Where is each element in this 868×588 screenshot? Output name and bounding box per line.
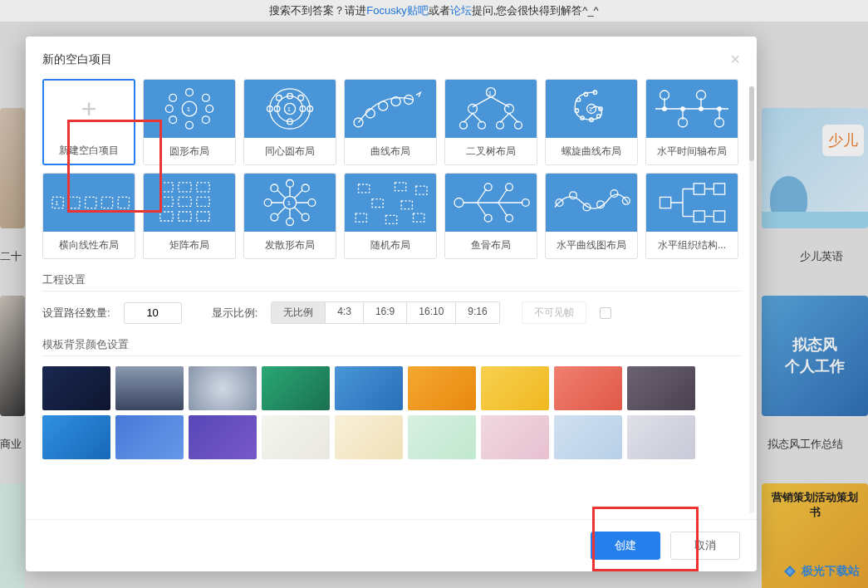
- layout-preview-blank: +: [44, 81, 134, 137]
- layout-option-fishbone[interactable]: 鱼骨布局: [444, 173, 537, 259]
- layout-label: 横向线性布局: [43, 232, 135, 258]
- color-swatch[interactable]: [627, 366, 695, 410]
- color-swatch[interactable]: [408, 366, 476, 410]
- layout-preview-circle: 1: [144, 80, 235, 138]
- svg-rect-72: [197, 183, 209, 192]
- color-swatch[interactable]: [189, 415, 257, 459]
- create-button[interactable]: 创建: [591, 532, 660, 560]
- cancel-button[interactable]: 取消: [670, 532, 740, 560]
- layout-label: 新建空白项目: [44, 137, 134, 164]
- svg-point-94: [271, 213, 278, 221]
- color-swatch-grid: [42, 366, 740, 459]
- invisible-frame-checkbox[interactable]: [600, 307, 611, 319]
- svg-rect-97: [359, 184, 370, 193]
- layout-option-circle[interactable]: 1圆形布局: [143, 79, 236, 165]
- svg-point-90: [302, 184, 309, 192]
- color-swatch[interactable]: [554, 415, 622, 459]
- layout-option-horg[interactable]: 水平组织结构...: [645, 173, 738, 259]
- ratio-option[interactable]: 无比例: [272, 302, 326, 323]
- color-swatch[interactable]: [408, 415, 476, 459]
- layout-preview-radial: 1: [244, 174, 336, 232]
- layout-preview-binary: 1: [445, 80, 537, 138]
- color-swatch[interactable]: [262, 366, 330, 410]
- color-swatch[interactable]: [481, 366, 549, 410]
- layout-option-curve[interactable]: 曲线布局: [344, 79, 437, 165]
- svg-line-34: [473, 114, 482, 123]
- svg-rect-128: [694, 211, 704, 222]
- svg-rect-100: [372, 199, 383, 208]
- ratio-option[interactable]: 16:10: [407, 302, 456, 323]
- layout-preview-hcurvechart: [546, 174, 637, 232]
- svg-rect-71: [179, 183, 191, 192]
- new-project-modal: 新的空白项目 × +新建空白项目1圆形布局1同心圆布局曲线布局1二叉树布局1螺旋…: [26, 37, 757, 571]
- svg-text:1: 1: [187, 105, 190, 113]
- svg-point-40: [515, 121, 522, 129]
- layout-option-matrix[interactable]: 矩阵布局: [143, 173, 236, 259]
- layout-option-blank[interactable]: +新建空白项目: [42, 79, 135, 165]
- layout-option-radial[interactable]: 1发散形布局: [243, 173, 336, 259]
- svg-text:1: 1: [287, 105, 291, 113]
- svg-point-21: [277, 96, 282, 101]
- color-swatch[interactable]: [335, 415, 403, 459]
- ratio-option[interactable]: 4:3: [326, 302, 364, 323]
- ratio-option[interactable]: 9:16: [456, 302, 498, 323]
- layout-option-hcurvechart[interactable]: 水平曲线图布局: [545, 173, 638, 259]
- color-swatch[interactable]: [115, 366, 184, 410]
- layout-label: 发散形布局: [244, 232, 336, 258]
- svg-point-39: [497, 121, 504, 129]
- svg-line-35: [500, 114, 509, 123]
- svg-point-38: [478, 121, 486, 129]
- color-swatch[interactable]: [554, 366, 622, 410]
- svg-point-96: [271, 184, 278, 192]
- color-swatch[interactable]: [189, 366, 257, 410]
- layout-label: 二叉树布局: [445, 138, 537, 164]
- svg-point-112: [506, 184, 513, 191]
- color-swatch[interactable]: [335, 366, 403, 410]
- svg-line-109: [478, 203, 487, 217]
- svg-rect-67: [101, 197, 112, 208]
- close-icon[interactable]: ×: [730, 50, 740, 69]
- layout-label: 同心圆布局: [244, 138, 336, 164]
- color-swatch[interactable]: [481, 415, 549, 459]
- layout-preview-horg: [646, 174, 738, 232]
- svg-point-82: [287, 180, 294, 188]
- layout-option-hlinear[interactable]: 1横向线性布局: [42, 173, 135, 259]
- svg-line-36: [509, 114, 518, 123]
- svg-rect-74: [179, 197, 191, 206]
- invisible-frame-label: 不可见帧: [522, 301, 586, 324]
- layout-option-concentric[interactable]: 1同心圆布局: [243, 79, 336, 165]
- svg-rect-75: [197, 197, 209, 206]
- layout-label: 矩阵布局: [144, 232, 235, 258]
- color-swatch[interactable]: [262, 415, 330, 459]
- layout-preview-curve: [345, 80, 436, 138]
- svg-point-9: [169, 94, 177, 101]
- color-swatch[interactable]: [42, 366, 110, 410]
- svg-rect-99: [416, 186, 427, 194]
- svg-point-84: [308, 199, 316, 207]
- svg-point-4: [206, 105, 213, 113]
- svg-line-33: [463, 114, 473, 123]
- layout-preview-fishbone: [445, 174, 537, 232]
- svg-line-111: [498, 189, 508, 203]
- svg-rect-68: [118, 197, 129, 208]
- layout-preview-hlinear: 1: [43, 174, 135, 232]
- svg-point-18: [298, 96, 304, 101]
- layout-option-htimeline[interactable]: 水平时间轴布局: [645, 79, 738, 165]
- ratio-option[interactable]: 16:9: [364, 302, 407, 323]
- svg-point-37: [460, 121, 468, 129]
- layout-option-spiral[interactable]: 1螺旋曲线布局: [545, 79, 638, 165]
- layout-option-random[interactable]: 随机布局: [344, 173, 437, 259]
- layout-option-binary[interactable]: 1二叉树布局: [444, 79, 537, 165]
- svg-rect-98: [395, 183, 406, 191]
- scrollbar[interactable]: [749, 86, 754, 513]
- svg-rect-127: [694, 184, 704, 194]
- color-swatch[interactable]: [115, 415, 184, 459]
- svg-rect-66: [86, 197, 96, 208]
- color-swatch[interactable]: [627, 415, 695, 459]
- color-swatch[interactable]: [42, 415, 110, 459]
- path-count-input[interactable]: [124, 302, 182, 324]
- svg-rect-104: [414, 213, 424, 222]
- svg-line-107: [478, 189, 487, 203]
- layout-label: 曲线布局: [345, 138, 436, 164]
- section-bg-colors: 模板背景颜色设置: [42, 337, 740, 352]
